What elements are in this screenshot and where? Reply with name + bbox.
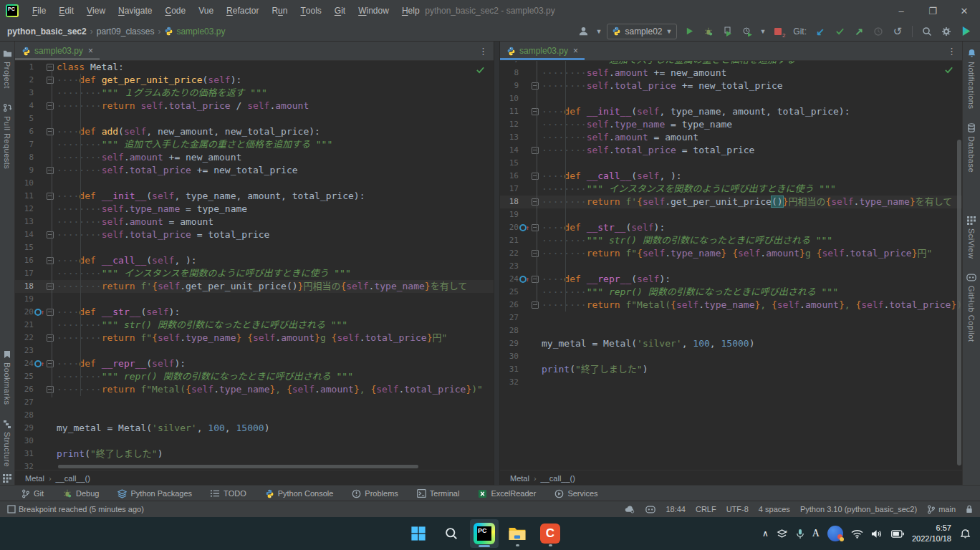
- fold-slot[interactable]: [45, 257, 55, 264]
- code-text[interactable]: ········return f"{self.type_name} {self.…: [542, 247, 962, 260]
- code-text[interactable]: ········self.total_price = total_price: [57, 228, 494, 241]
- status-python-3-10-python-basic-sec2-[interactable]: Python 3.10 (python_basic_sec2): [800, 505, 917, 513]
- stripe-item-notifications[interactable]: Notifications: [967, 42, 976, 116]
- override-icon[interactable]: ↑: [34, 357, 44, 370]
- toolwindow-git[interactable]: Git: [21, 489, 44, 498]
- line-number[interactable]: 21: [15, 319, 34, 332]
- history-button[interactable]: [871, 24, 885, 39]
- code-text[interactable]: [542, 312, 962, 324]
- stripe-item-pull-requests[interactable]: Pull Requests: [3, 96, 12, 176]
- taskbar-camtasia[interactable]: C: [536, 519, 565, 548]
- line-number[interactable]: 19: [500, 208, 519, 221]
- line-number[interactable]: 18: [15, 280, 34, 293]
- line-number[interactable]: 6: [15, 125, 34, 138]
- stripe-item-github-copilot[interactable]: GitHub Copilot: [966, 266, 976, 349]
- line-number[interactable]: 24: [15, 357, 34, 370]
- line-number[interactable]: 20: [500, 221, 519, 234]
- fold-slot[interactable]: [530, 301, 540, 309]
- gutter[interactable]: 30: [15, 435, 57, 448]
- gutter[interactable]: 7: [15, 138, 57, 151]
- fold-end-icon[interactable]: [47, 283, 54, 290]
- fold-end-icon[interactable]: [532, 198, 539, 206]
- menu-edit[interactable]: Edit: [52, 0, 80, 21]
- line-number[interactable]: 9: [15, 164, 34, 177]
- menu-view[interactable]: View: [80, 0, 112, 21]
- menu-run[interactable]: Run: [265, 0, 294, 21]
- fold-slot[interactable]: [45, 231, 55, 238]
- tab-sample03[interactable]: sample03.py ×: [500, 42, 585, 60]
- fold-end-icon[interactable]: [532, 301, 539, 309]
- menu-file[interactable]: File: [26, 0, 52, 21]
- code-text[interactable]: [57, 396, 494, 409]
- run-config-select[interactable]: sample02 ▼: [607, 24, 677, 39]
- fold-start-icon[interactable]: [47, 193, 54, 200]
- fold-slot[interactable]: [530, 108, 540, 115]
- taskbar-file-explorer[interactable]: [503, 519, 532, 548]
- line-number[interactable]: 25: [500, 286, 519, 299]
- gutter[interactable]: 28: [500, 324, 542, 337]
- fold-slot[interactable]: [530, 276, 540, 283]
- code-text[interactable]: ········return f'{self.get_per_unit_pric…: [542, 196, 962, 208]
- gutter[interactable]: 9: [500, 79, 542, 92]
- gutter[interactable]: 16: [500, 170, 542, 183]
- line-number[interactable]: 15: [500, 157, 519, 170]
- fold-slot[interactable]: [530, 82, 540, 90]
- line-number[interactable]: 7: [15, 138, 34, 151]
- breadcrumb-item[interactable]: __call__(): [541, 474, 575, 483]
- gutter[interactable]: 29: [15, 422, 57, 435]
- gutter[interactable]: 3: [15, 87, 57, 100]
- fold-slot[interactable]: [530, 250, 540, 257]
- taskbar-start[interactable]: [404, 519, 433, 548]
- line-number[interactable]: 16: [15, 254, 34, 267]
- code-text[interactable]: ····def __init__(self, type_name, amount…: [542, 105, 962, 118]
- code-text[interactable]: ········self.type_name = type_name: [57, 203, 494, 216]
- line-number[interactable]: 18: [500, 196, 519, 208]
- code-text[interactable]: ········return f'{self.get_per_unit_pric…: [57, 280, 494, 293]
- tray-battery-icon[interactable]: [891, 530, 904, 538]
- tray-notification-bell-icon[interactable]: z: [959, 528, 971, 539]
- gutter[interactable]: 27: [15, 396, 57, 409]
- line-number[interactable]: 21: [500, 234, 519, 247]
- fold-start-icon[interactable]: [47, 77, 54, 84]
- line-number[interactable]: 1: [15, 61, 34, 74]
- fold-slot[interactable]: [530, 147, 540, 154]
- rollback-button[interactable]: ↺: [890, 24, 905, 39]
- breadcrumb-item[interactable]: python_basic_sec2: [7, 26, 87, 37]
- code-text[interactable]: ········self.amount += new_amount: [542, 67, 962, 79]
- toolwindow-debug[interactable]: Debug: [62, 488, 99, 498]
- editor-right[interactable]: 7········""" 追加で入手した金属の重さと価格を追加する """8··…: [500, 61, 962, 470]
- gutter[interactable]: 14: [15, 228, 57, 241]
- code-text[interactable]: ········return self.total_price / self.a…: [57, 100, 494, 112]
- stripe-item-database[interactable]: Database: [967, 116, 976, 180]
- line-number[interactable]: 30: [500, 350, 519, 363]
- toolwindow-switcher-icon[interactable]: [3, 474, 11, 483]
- line-number[interactable]: 30: [15, 435, 34, 448]
- gutter[interactable]: 10: [15, 177, 57, 190]
- code-text[interactable]: [542, 92, 962, 105]
- code-text[interactable]: ········""" 追加で入手した金属の重さと価格を追加する """: [542, 61, 962, 67]
- code-text[interactable]: [57, 344, 494, 357]
- gutter[interactable]: 21: [15, 319, 57, 332]
- close-icon[interactable]: ×: [88, 46, 93, 56]
- code-text[interactable]: ········return f"Metal({self.type_name},…: [542, 299, 962, 312]
- menu-window[interactable]: Window: [352, 0, 395, 21]
- toolwindow-python-console[interactable]: Python Console: [265, 489, 334, 498]
- line-number[interactable]: 27: [15, 396, 34, 409]
- gutter[interactable]: 24↑: [15, 357, 57, 370]
- line-number[interactable]: 12: [15, 203, 34, 216]
- fold-end-icon[interactable]: [532, 250, 539, 257]
- line-number[interactable]: 17: [15, 267, 34, 280]
- fold-start-icon[interactable]: [532, 108, 539, 115]
- code-text[interactable]: ········""" str() 関数の引数になったときに呼び出される """: [57, 319, 494, 332]
- stop-button[interactable]: 2: [771, 24, 785, 39]
- line-number[interactable]: 13: [500, 131, 519, 144]
- line-number[interactable]: 14: [15, 228, 34, 241]
- code-text[interactable]: ········self.total_price += new_total_pr…: [542, 79, 962, 92]
- editor-left[interactable]: 1class Metal:2····def get_per_unit_price…: [15, 61, 494, 470]
- gutter[interactable]: 17: [15, 267, 57, 280]
- line-number[interactable]: 25: [15, 370, 34, 383]
- line-number[interactable]: 11: [15, 190, 34, 203]
- line-number[interactable]: 10: [15, 177, 34, 190]
- stripe-item-project[interactable]: Project: [3, 42, 12, 96]
- gutter[interactable]: 25: [500, 286, 542, 299]
